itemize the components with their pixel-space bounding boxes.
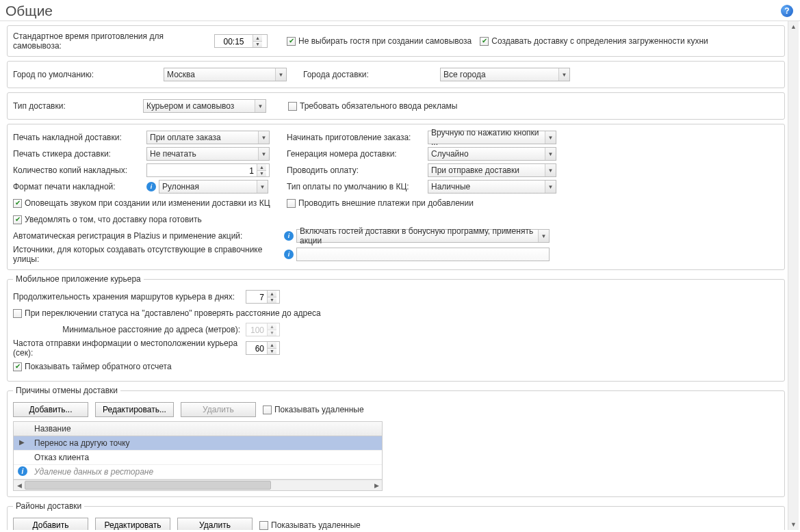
pickup-time-block: Стандартное время приготовления для само… xyxy=(7,25,785,57)
check-distance-checkbox[interactable]: При переключении статуса на "доставлено"… xyxy=(13,308,321,318)
grid-header[interactable]: Название xyxy=(14,422,382,436)
print-format-label: Формат печати накладной: xyxy=(13,182,146,191)
print-invoice-label: Печать накладной доставки: xyxy=(13,133,146,142)
cancel-reasons-grid: Название ▶ Перенос на другую точку Отказ… xyxy=(13,421,383,480)
no-guest-checkbox[interactable]: Не выбирать гостя при создании самовывоз… xyxy=(287,36,472,46)
location-freq-label: Частота отправки информации о местополож… xyxy=(13,338,246,358)
copies-spinner[interactable]: ▲▼ xyxy=(146,163,270,177)
delivery-type-label: Тип доставки: xyxy=(13,101,143,111)
min-distance-input xyxy=(246,323,267,337)
chevron-down-icon: ▼ xyxy=(545,131,556,144)
table-row[interactable]: i Удаление данных в ресторане xyxy=(14,465,382,479)
std-time-spinner[interactable]: ▲▼ xyxy=(214,34,268,48)
table-row[interactable]: ▶ Перенос на другую точку xyxy=(14,436,382,451)
spinner-up-icon[interactable]: ▲ xyxy=(268,342,276,349)
delete-region-button[interactable]: Удалить xyxy=(177,518,253,530)
scroll-up-icon[interactable]: ▲ xyxy=(788,21,799,32)
print-sticker-select[interactable]: Не печатать▼ xyxy=(146,147,270,161)
chevron-down-icon: ▼ xyxy=(545,164,556,176)
payment-select[interactable]: При отправке доставки▼ xyxy=(428,163,556,177)
copies-input[interactable] xyxy=(147,164,257,178)
info-icon[interactable]: i xyxy=(146,182,156,191)
scroll-thumb[interactable] xyxy=(25,481,271,490)
checkbox-icon xyxy=(259,521,268,530)
page-title: Общие xyxy=(5,3,53,19)
print-payment-block: Печать накладной доставки: При оплате за… xyxy=(7,124,785,270)
location-freq-spinner[interactable]: ▲▼ xyxy=(246,341,280,355)
add-reason-button[interactable]: Добавить... xyxy=(13,402,88,417)
sound-notify-checkbox[interactable]: Оповещать звуком при создании или измене… xyxy=(13,198,270,208)
chevron-down-icon: ▼ xyxy=(545,181,556,193)
spinner-down-icon[interactable]: ▼ xyxy=(268,349,276,355)
print-format-select[interactable]: Рулонная▼ xyxy=(159,180,268,194)
spinner-up-icon[interactable]: ▲ xyxy=(257,164,266,171)
create-delivery-checkbox[interactable]: Создавать доставку с определения загруже… xyxy=(480,36,708,46)
scroll-down-icon[interactable]: ▼ xyxy=(788,519,799,530)
external-payments-checkbox[interactable]: Проводить внешние платежи при добавлении xyxy=(287,198,474,208)
spinner-up-icon[interactable]: ▲ xyxy=(268,291,276,297)
table-row[interactable]: Отказ клиента xyxy=(14,451,382,465)
route-duration-input[interactable] xyxy=(246,291,267,304)
default-city-select[interactable]: Москва ▼ xyxy=(164,68,287,81)
notify-ready-checkbox[interactable]: Уведомлять о том, что доставку пора гото… xyxy=(13,215,202,224)
default-paytype-select[interactable]: Наличные▼ xyxy=(428,180,556,194)
show-deleted-regions-checkbox[interactable]: Показывать удаленные xyxy=(259,520,361,530)
min-distance-spinner: ▲▼ xyxy=(246,323,280,336)
default-city-label: Город по умолчанию: xyxy=(13,70,164,79)
spinner-down-icon[interactable]: ▼ xyxy=(268,297,276,304)
add-region-button[interactable]: Добавить xyxy=(13,518,88,530)
min-distance-label: Минимальное расстояние до адреса (метров… xyxy=(13,325,246,334)
checkbox-icon xyxy=(13,362,22,371)
edit-reason-button[interactable]: Редактировать... xyxy=(95,402,174,417)
checkbox-icon xyxy=(13,199,22,208)
row-marker-icon: ▶ xyxy=(19,438,25,446)
info-icon[interactable]: i xyxy=(284,250,294,259)
delivery-regions-fieldset: Районы доставки Добавить Редактировать У… xyxy=(7,501,785,530)
gen-number-select[interactable]: Случайно▼ xyxy=(428,147,556,161)
checkbox-icon xyxy=(13,215,22,224)
sources-label: Источники, для которых создавать отсутст… xyxy=(13,245,284,264)
start-cooking-label: Начинать приготовление заказа: xyxy=(287,133,428,142)
default-city-block: Город по умолчанию: Москва ▼ Города дост… xyxy=(7,61,785,88)
route-duration-label: Продолжительность хранения маршрутов кур… xyxy=(13,292,246,302)
require-ad-checkbox[interactable]: Требовать обязательного ввода рекламы xyxy=(288,101,457,111)
countdown-timer-checkbox[interactable]: Показывать таймер обратного отсчета xyxy=(13,362,172,371)
checkbox-icon xyxy=(13,309,22,318)
checkbox-icon xyxy=(287,37,296,46)
plazius-select[interactable]: Включать гостей доставки в бонусную прог… xyxy=(296,229,550,243)
vertical-scrollbar[interactable]: ▲ ▼ xyxy=(788,21,799,530)
scroll-left-icon[interactable]: ◀ xyxy=(14,480,25,490)
std-time-input[interactable] xyxy=(215,35,253,49)
chevron-down-icon: ▼ xyxy=(258,131,269,144)
chevron-down-icon: ▼ xyxy=(258,148,269,160)
info-icon[interactable]: i xyxy=(284,231,294,241)
delivery-type-block: Тип доставки: Курьером и самовывоз ▼ Тре… xyxy=(7,92,785,120)
help-icon[interactable]: ? xyxy=(781,5,793,17)
scroll-right-icon[interactable]: ▶ xyxy=(371,480,382,490)
location-freq-input[interactable] xyxy=(246,342,267,356)
checkbox-icon xyxy=(480,37,489,46)
header: Общие ? xyxy=(0,0,800,21)
start-cooking-select[interactable]: Вручную по нажатию кнопки ...▼ xyxy=(428,131,556,144)
checkbox-icon xyxy=(288,102,297,111)
print-invoice-select[interactable]: При оплате заказа▼ xyxy=(146,131,270,144)
delivery-type-select[interactable]: Курьером и самовывоз ▼ xyxy=(143,99,266,113)
mobile-courier-fieldset: Мобильное приложение курьера Продолжител… xyxy=(7,274,785,382)
spinner-down-icon[interactable]: ▼ xyxy=(257,171,266,177)
copies-label: Количество копий накладных: xyxy=(13,165,146,175)
checkbox-icon xyxy=(287,199,296,208)
info-icon: i xyxy=(18,466,27,476)
edit-region-button[interactable]: Редактировать xyxy=(95,518,170,530)
grid-horizontal-scrollbar[interactable]: ◀ ▶ xyxy=(13,480,383,491)
delete-reason-button: Удалить xyxy=(181,402,256,417)
chevron-down-icon: ▼ xyxy=(255,100,266,112)
chevron-down-icon: ▼ xyxy=(257,181,268,193)
default-paytype-label: Тип оплаты по умолчанию в КЦ: xyxy=(287,182,428,191)
spinner-up-icon[interactable]: ▲ xyxy=(253,35,262,42)
sources-input[interactable] xyxy=(296,248,550,261)
chevron-down-icon: ▼ xyxy=(275,68,286,81)
route-duration-spinner[interactable]: ▲▼ xyxy=(246,290,280,304)
delivery-cities-select[interactable]: Все города ▼ xyxy=(440,68,570,81)
show-deleted-reasons-checkbox[interactable]: Показывать удаленные xyxy=(263,405,364,414)
spinner-down-icon[interactable]: ▼ xyxy=(253,42,262,48)
